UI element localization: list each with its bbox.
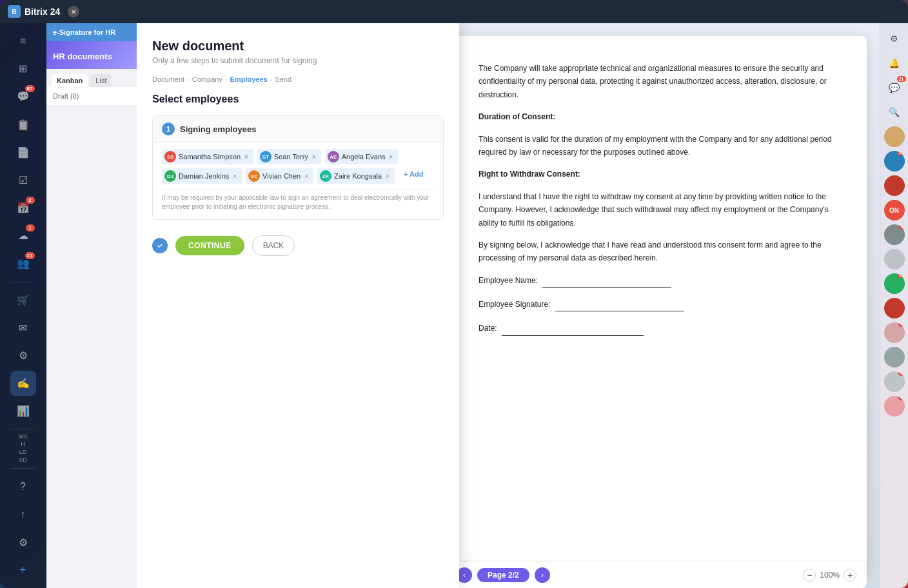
- right-avatar7[interactable]: 31: [884, 273, 905, 294]
- contacts-icon[interactable]: 👥 11: [10, 251, 36, 276]
- avatar12-badge: 2: [898, 396, 905, 400]
- modal-panel: New document Only a few steps to submit …: [137, 23, 459, 588]
- sig-line-date: Date:: [479, 322, 834, 335]
- ld-label: LD: [19, 449, 27, 455]
- continue-button[interactable]: CONTINUE: [175, 236, 244, 255]
- add-workspace-icon[interactable]: +: [10, 558, 36, 583]
- right-avatar1[interactable]: [884, 126, 905, 147]
- employee-name-sean: Sean Terry: [274, 153, 308, 161]
- tasks-icon[interactable]: ☑: [10, 168, 36, 193]
- employee-tag-vivian: VC Vivian Chen ×: [246, 168, 313, 184]
- help-icon[interactable]: ?: [10, 474, 36, 499]
- right-avatar12[interactable]: 2: [884, 396, 905, 416]
- remove-vivian[interactable]: ×: [304, 173, 308, 180]
- back-button[interactable]: BACK: [252, 235, 295, 256]
- page-nav: ‹ Page 2/2 ›: [457, 567, 550, 583]
- tab-list[interactable]: List: [90, 74, 112, 87]
- avatar7-badge: 31: [897, 273, 905, 278]
- remove-samantha[interactable]: ×: [244, 153, 248, 161]
- remove-zaire[interactable]: ×: [386, 173, 390, 180]
- doc-section-withdraw: Right to Withdraw Consent:: [479, 168, 834, 181]
- right-avatar6[interactable]: [884, 249, 905, 270]
- email-icon[interactable]: ✉: [10, 315, 36, 340]
- avatar-damian: DJ: [164, 170, 176, 182]
- document-text: The Company will take appropriate techni…: [479, 62, 834, 336]
- right-avatar3[interactable]: [884, 175, 905, 196]
- add-employee-link[interactable]: + Add: [399, 168, 428, 184]
- right-avatar5[interactable]: 1: [884, 224, 905, 245]
- employee-name-zaire: Zaire Kongsala: [334, 172, 382, 180]
- employee-tag-angela: AE Angela Evans ×: [325, 149, 399, 164]
- breadcrumb-employees[interactable]: Employees: [230, 75, 268, 83]
- right-avatar2[interactable]: 27: [884, 151, 905, 172]
- page-next-button[interactable]: ›: [535, 567, 550, 583]
- right-avatar9[interactable]: 1: [884, 322, 905, 343]
- right-avatar11[interactable]: 1: [884, 371, 905, 392]
- remove-sean[interactable]: ×: [312, 153, 316, 161]
- right-sidebar: ⚙ 🔔 💬 21 🔍 27 ON 1 31 1 1 2: [880, 23, 908, 588]
- chat-icon[interactable]: 💬 87: [10, 84, 36, 109]
- breadcrumb-company[interactable]: Company: [192, 75, 222, 83]
- docs-icon[interactable]: 📄: [10, 140, 36, 165]
- drive-badge: 1: [26, 224, 35, 231]
- chat-badge: 87: [25, 85, 35, 92]
- employee-tag-samantha: SS Samantha Simpson ×: [162, 149, 253, 164]
- crm-icon[interactable]: 📋: [10, 112, 36, 137]
- contacts-badge: 11: [25, 252, 35, 259]
- breadcrumb-send[interactable]: Send: [275, 75, 291, 83]
- zoom-in-button[interactable]: +: [844, 569, 856, 582]
- avatar5-badge: 1: [898, 224, 905, 229]
- sig-signature-line: [555, 298, 684, 311]
- signing-box: 1 Signing employees SS Samantha Simpson …: [152, 115, 444, 220]
- tab-kanban[interactable]: Kanban: [52, 74, 88, 87]
- chat-icon-symbol: 💬: [17, 90, 30, 103]
- bitrix-icon: B: [8, 5, 21, 18]
- avatar-sean: ST: [260, 151, 271, 162]
- sidebar-divider: [10, 282, 36, 282]
- right-avatar8[interactable]: [884, 298, 905, 318]
- left-panel: e-Signature for HR HR documents Kanban L…: [46, 23, 137, 588]
- h-label: H: [21, 441, 25, 447]
- sidebar-divider3: [10, 468, 36, 469]
- draft-label: Draft (0): [46, 87, 137, 105]
- dashboard-icon[interactable]: ⊞: [10, 56, 36, 81]
- calendar-badge: 2: [26, 197, 35, 204]
- zoom-control: − 100% +: [803, 569, 856, 582]
- doc-duration-title: Duration of Consent:: [479, 112, 555, 121]
- doc-para-withdraw: I understand that I have the right to wi…: [479, 190, 834, 230]
- menu-icon[interactable]: ≡: [10, 28, 36, 54]
- calendar-icon[interactable]: 📅 2: [10, 195, 36, 220]
- signing-box-header: 1 Signing employees: [153, 116, 443, 142]
- page-label: Page 2/2: [477, 568, 529, 582]
- right-search-icon[interactable]: 🔍: [884, 102, 905, 122]
- breadcrumb-document[interactable]: Document: [152, 75, 184, 83]
- analytics-icon[interactable]: 📊: [10, 398, 36, 424]
- settings2-icon[interactable]: ⚙: [10, 530, 36, 555]
- breadcrumb: Document › Company › Employees › Send: [152, 75, 444, 83]
- right-chat-icon[interactable]: 💬 21: [884, 77, 905, 98]
- right-avatar10[interactable]: [884, 347, 905, 368]
- avatar2-badge: 27: [897, 151, 905, 155]
- upgrade-icon[interactable]: ↑: [10, 502, 36, 527]
- sd-label: SD: [19, 456, 27, 463]
- settings-icon[interactable]: ⚙: [10, 343, 36, 368]
- employee-name-samantha: Samantha Simpson: [179, 153, 241, 161]
- right-notifications-icon[interactable]: 🔔: [884, 53, 905, 74]
- right-settings-icon[interactable]: ⚙: [884, 28, 905, 49]
- step-number: 1: [162, 122, 175, 135]
- shop-icon[interactable]: 🛒: [10, 288, 36, 313]
- close-button[interactable]: ✕: [68, 6, 79, 17]
- sig-line-name: Employee Name:: [479, 274, 834, 288]
- right-avatar-on[interactable]: ON: [884, 200, 905, 220]
- avatar11-badge: 1: [898, 371, 905, 376]
- employee-name-angela: Angela Evans: [342, 153, 386, 161]
- zoom-out-button[interactable]: −: [803, 569, 816, 582]
- drive-icon[interactable]: ☁ 1: [10, 223, 36, 248]
- doc-para-1: The Company will take appropriate techni…: [479, 62, 834, 101]
- modal-subtitle: Only a few steps to submit document for …: [152, 56, 444, 65]
- esign-icon[interactable]: ✍: [10, 371, 36, 396]
- signing-box-body: SS Samantha Simpson × ST Sean Terry ×: [153, 142, 443, 219]
- remove-damian[interactable]: ×: [233, 173, 237, 180]
- avatar-samantha: SS: [164, 151, 176, 162]
- remove-angela[interactable]: ×: [390, 153, 393, 161]
